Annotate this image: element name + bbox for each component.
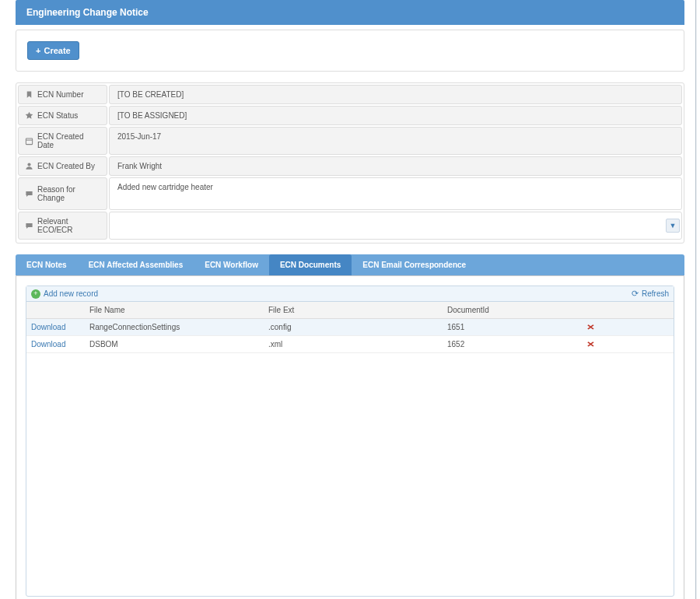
col-documentid[interactable]: DocumentId	[443, 302, 563, 318]
chevron-down-icon[interactable]: ▼	[666, 219, 680, 233]
star-icon	[25, 111, 33, 120]
tab-ecn-workflow[interactable]: ECN Workflow	[194, 254, 269, 275]
table-row[interactable]: DownloadRangeConnectionSettings.config16…	[26, 319, 674, 336]
bookmark-icon	[25, 90, 33, 99]
ecn-created-by-label: ECN Created By	[18, 156, 107, 176]
col-delete	[563, 302, 618, 318]
grid-header: File Name File Ext DocumentId	[26, 302, 674, 319]
delete-button[interactable]: ✕	[563, 336, 618, 352]
relevant-eco-dropdown[interactable]: ▼	[109, 212, 682, 240]
table-row[interactable]: DownloadDSBOM.xml1652✕	[26, 336, 674, 353]
create-button-label: Create	[44, 46, 70, 55]
cell-documentid: 1651	[443, 319, 563, 335]
tab-ecn-email-correspondence[interactable]: ECN Email Correspondence	[352, 254, 477, 275]
create-button[interactable]: + Create	[27, 41, 79, 60]
svg-point-2	[27, 163, 30, 166]
comment-icon	[25, 222, 33, 230]
tab-ecn-documents[interactable]: ECN Documents	[269, 254, 352, 275]
ecn-status-label: ECN Status	[18, 106, 107, 125]
create-panel: + Create	[16, 30, 684, 72]
add-record-button[interactable]: + Add new record	[31, 289, 98, 299]
refresh-icon: ⟳	[632, 289, 639, 299]
ecn-created-by-value: Frank Wright	[109, 156, 682, 176]
delete-icon: ✕	[586, 340, 594, 349]
refresh-label: Refresh	[642, 289, 669, 298]
tab-bar: ECN NotesECN Affected AssembliesECN Work…	[16, 254, 684, 275]
reason-value[interactable]: Added new cartridge heater	[109, 177, 682, 210]
ecn-form-panel: ECN Number [TO BE CREATED] ECN Status [T…	[16, 82, 684, 243]
ecn-created-date-label: ECN Created Date	[18, 127, 107, 155]
tab-ecn-notes[interactable]: ECN Notes	[16, 254, 78, 275]
tab-ecn-affected-assemblies[interactable]: ECN Affected Assemblies	[78, 254, 194, 275]
reason-label: Reason for Change	[18, 177, 107, 210]
user-icon	[25, 162, 33, 170]
documents-grid: + Add new record ⟳ Refresh File Name Fil…	[26, 285, 674, 597]
comment-icon	[25, 190, 33, 198]
ecn-number-value: [TO BE CREATED]	[109, 85, 682, 104]
delete-icon: ✕	[586, 323, 594, 331]
cell-filename: DSBOM	[85, 336, 264, 352]
cell-fileext: .config	[264, 319, 443, 335]
download-link[interactable]: Download	[26, 319, 85, 335]
plus-icon: +	[36, 46, 40, 55]
ecn-created-date-value: 2015-Jun-17	[109, 127, 682, 155]
cell-filename: RangeConnectionSettings	[85, 319, 264, 335]
col-download	[26, 302, 85, 318]
relevant-eco-label: Relevant ECO/ECR	[18, 212, 107, 240]
cell-documentid: 1652	[443, 336, 563, 352]
grid-body: DownloadRangeConnectionSettings.config16…	[26, 319, 674, 596]
refresh-button[interactable]: ⟳ Refresh	[632, 289, 669, 299]
plus-circle-icon: +	[31, 289, 40, 299]
scrollbar-hint	[695, 0, 697, 599]
download-link[interactable]: Download	[26, 336, 85, 352]
calendar-icon	[25, 137, 33, 145]
delete-button[interactable]: ✕	[563, 319, 618, 335]
cell-fileext: .xml	[264, 336, 443, 352]
ecn-status-value: [TO BE ASSIGNED]	[109, 106, 682, 125]
col-fileext[interactable]: File Ext	[264, 302, 443, 318]
page-title: Engineering Change Notice	[16, 0, 684, 25]
svg-rect-0	[26, 138, 32, 145]
col-filename[interactable]: File Name	[85, 302, 264, 318]
ecn-number-label: ECN Number	[18, 85, 107, 104]
tab-content: + Add new record ⟳ Refresh File Name Fil…	[16, 275, 684, 599]
grid-toolbar: + Add new record ⟳ Refresh	[26, 286, 674, 302]
add-record-label: Add new record	[44, 289, 98, 298]
